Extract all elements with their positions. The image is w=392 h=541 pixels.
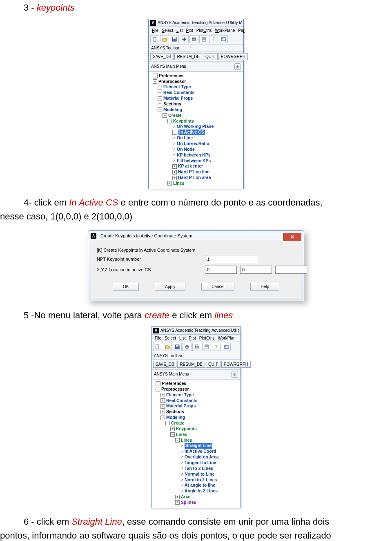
- help-button[interactable]: Help: [250, 283, 279, 291]
- tree-sections[interactable]: +Sections: [152, 409, 240, 415]
- tree-lines[interactable]: +Lines: [149, 181, 243, 186]
- tree-create[interactable]: −Create: [149, 113, 243, 118]
- save-icon[interactable]: [173, 343, 182, 351]
- main-menu-header: ANSYS Main Menu ⊗: [149, 62, 243, 72]
- tree-norm2[interactable]: ↗Norm to 2 Lines: [152, 477, 240, 483]
- menu-plotctrls[interactable]: PlotCtrls: [198, 335, 216, 341]
- tree-material-props[interactable]: +Material Props: [149, 96, 243, 101]
- tree-fill-between[interactable]: ↗Fill between KPs: [149, 158, 243, 164]
- report-icon[interactable]: [202, 343, 211, 351]
- tree-splines[interactable]: +Splines: [152, 500, 240, 505]
- tree-modeling[interactable]: −Modeling: [149, 107, 243, 113]
- tree-lines[interactable]: −Lines: [152, 438, 240, 443]
- print-icon[interactable]: [192, 343, 201, 351]
- help-icon[interactable]: ?: [212, 343, 221, 351]
- x-input[interactable]: [205, 266, 237, 274]
- tree-element-type[interactable]: +Element Type: [149, 84, 243, 90]
- tree-on-line-ratio[interactable]: ↗On Line w/Ratio: [149, 141, 243, 147]
- tree-overlaid[interactable]: ↗Overlaid on Area: [152, 454, 240, 460]
- plus-icon: +: [175, 500, 180, 505]
- menu-workplane[interactable]: WorkPlane: [214, 28, 237, 33]
- tree-material-props[interactable]: +Material Props: [152, 403, 240, 409]
- quit-button[interactable]: QUIT: [203, 53, 218, 60]
- main-menu-title: ANSYS Main Menu: [154, 372, 189, 376]
- tree-atangle[interactable]: ↗At angle to line: [152, 483, 240, 488]
- ok-button[interactable]: OK: [113, 283, 139, 291]
- tree-kp-between[interactable]: ↗KP between KPs: [149, 152, 243, 158]
- menu-plot[interactable]: Plot: [187, 335, 197, 341]
- tree-on-line[interactable]: ↗On Line: [149, 135, 243, 141]
- help-icon[interactable]: ?: [209, 35, 218, 43]
- tree-angle2[interactable]: ↗Angle to 2 Lines: [152, 488, 240, 494]
- menu-file[interactable]: File: [153, 335, 163, 341]
- apply-button[interactable]: Apply: [155, 283, 185, 291]
- menu-select[interactable]: Select: [163, 335, 178, 341]
- menu-par[interactable]: Par: [236, 28, 246, 33]
- tree-normal[interactable]: ↗Normal to Line: [152, 472, 240, 477]
- menu-select[interactable]: Select: [160, 28, 175, 33]
- image-icon[interactable]: [222, 343, 231, 351]
- y-input[interactable]: [240, 266, 272, 274]
- open-file-icon[interactable]: [163, 343, 172, 351]
- cancel-button[interactable]: Cancel: [201, 283, 234, 291]
- menu-list[interactable]: List: [175, 28, 185, 33]
- plus-icon: +: [167, 181, 172, 186]
- tree-create[interactable]: −Create: [152, 420, 240, 426]
- save-icon[interactable]: [170, 35, 179, 43]
- tree-kp-center[interactable]: +KP at center: [149, 163, 243, 169]
- tree-in-active-cs[interactable]: In Active CS: [149, 130, 243, 135]
- tree-preferences[interactable]: Preferences: [149, 73, 243, 79]
- close-button[interactable]: ✕: [283, 233, 301, 241]
- tree-modeling[interactable]: −Modeling: [152, 415, 240, 420]
- new-file-icon[interactable]: [150, 35, 159, 43]
- tree-tan2[interactable]: ↗Tan to 2 Lines: [152, 466, 240, 472]
- tree-keypoints[interactable]: −Keypoints: [149, 118, 243, 124]
- menu-file[interactable]: File: [150, 28, 160, 33]
- svg-rect-20: [225, 346, 226, 347]
- tree-hardpt-line[interactable]: +Hard PT on line: [149, 169, 243, 175]
- tree-tangent[interactable]: ↗Tangent to Line: [152, 460, 240, 466]
- tree-element-type[interactable]: +Element Type: [152, 392, 240, 398]
- save-db-button[interactable]: SAVE_DB: [153, 361, 176, 368]
- resum-db-button[interactable]: RESUM_DB: [174, 53, 202, 60]
- collapse-icon[interactable]: ⊗: [234, 63, 241, 70]
- menu-plotctrls[interactable]: PlotCtrls: [195, 28, 214, 33]
- tree-lines-parent[interactable]: −Lines: [152, 432, 240, 438]
- toolbar-label: ANSYS Toolbar: [149, 45, 243, 52]
- new-file-icon[interactable]: [153, 343, 162, 351]
- tree-on-node[interactable]: ↗On Node: [149, 147, 243, 152]
- tree-keypoints[interactable]: +Keypoints: [152, 426, 240, 432]
- print-icon[interactable]: [189, 35, 198, 43]
- tree-straight-line[interactable]: ↗Straight Line: [152, 443, 240, 449]
- pan-icon[interactable]: [180, 35, 189, 43]
- report-icon[interactable]: [199, 35, 208, 43]
- save-db-button[interactable]: SAVE_DB: [150, 53, 174, 60]
- tree-on-working-plane[interactable]: ↗On Working Plane: [149, 124, 243, 130]
- powrgrph-button[interactable]: POWRGRPH: [221, 361, 251, 368]
- menu-plot[interactable]: Plot: [184, 28, 194, 33]
- step6-keyword: Straight Line: [71, 516, 122, 527]
- dialog-heading: [K] Create Keypoints in Active Coordinat…: [97, 248, 205, 253]
- image-icon[interactable]: [219, 35, 228, 43]
- quit-button[interactable]: QUIT: [206, 361, 220, 368]
- tree-preferences[interactable]: Preferences: [152, 381, 240, 387]
- tree-preprocessor[interactable]: −Preprocessor: [152, 387, 240, 392]
- step3-line: 3 - keypoints: [24, 2, 392, 14]
- tree-sections[interactable]: +Sections: [149, 101, 243, 107]
- icon-toolbar: ?: [151, 342, 241, 352]
- npt-input[interactable]: [205, 255, 258, 263]
- menu-workplar[interactable]: WorkPlar: [216, 335, 236, 341]
- tree-in-active-coord[interactable]: ↗In Active Coord: [152, 449, 240, 454]
- tree-hardpt-area[interactable]: +Hard PT on area: [149, 175, 243, 181]
- tree-preprocessor[interactable]: −Preprocessor: [149, 79, 243, 85]
- menu-list[interactable]: List: [178, 335, 187, 341]
- open-file-icon[interactable]: [160, 35, 169, 43]
- tree-real-constants[interactable]: +Real Constants: [152, 398, 240, 404]
- powrgrph-button[interactable]: POWRGRPH: [218, 53, 248, 60]
- tree-arcs[interactable]: +Arcs: [152, 494, 240, 500]
- resum-db-button[interactable]: RESUM_DB: [177, 361, 205, 368]
- tree-real-constants[interactable]: +Real Constants: [149, 90, 243, 96]
- pan-icon[interactable]: [183, 343, 192, 351]
- z-input[interactable]: [275, 266, 307, 274]
- collapse-icon[interactable]: ⊗: [232, 371, 238, 378]
